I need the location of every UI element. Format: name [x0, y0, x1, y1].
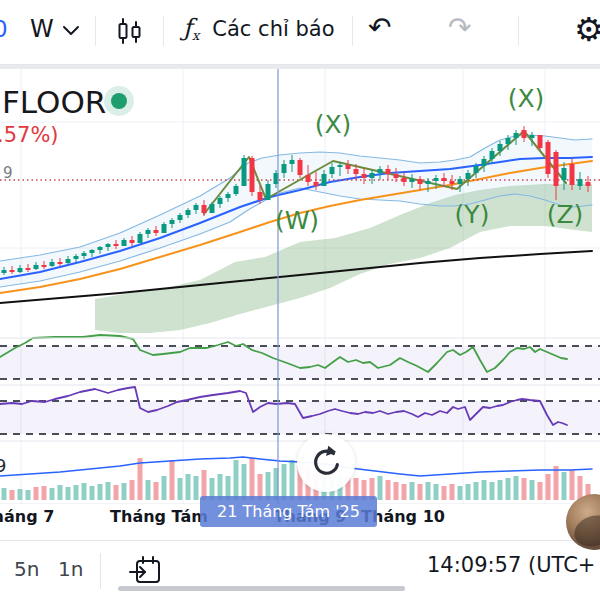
- range-1d-button[interactable]: 1n: [58, 557, 83, 581]
- trading-chart-app: FLOOR .57%) 9 9 (W) (X) (Y) (X) (Z) Thán…: [0, 0, 600, 600]
- indicators-label: Các chỉ báo: [212, 17, 334, 41]
- market-open-dot-icon: [111, 93, 127, 109]
- month-label-aug: Tháng Tám: [110, 507, 208, 526]
- range-5d-button[interactable]: 5n: [14, 557, 39, 581]
- wave-label-z: (Z): [547, 200, 584, 229]
- settings-gear-icon[interactable]: ⚙: [574, 10, 600, 49]
- volume-level-label: 9: [0, 455, 6, 476]
- month-label-jul: Tháng 7: [0, 507, 54, 526]
- horizontal-scrollbar[interactable]: [118, 586, 405, 591]
- chevron-down-icon[interactable]: [62, 25, 80, 37]
- price-change-percent: .57%): [0, 123, 59, 147]
- price-level-label: 9: [3, 164, 13, 182]
- interval-partial-button[interactable]: 0: [0, 16, 8, 42]
- bottom-toolbar: 5n 1n 14:09:57 (UTC+: [0, 540, 600, 600]
- wave-label-w: (W): [275, 206, 319, 235]
- indicators-button[interactable]: ƒx Các chỉ báo: [183, 14, 335, 43]
- crosshair-date-tooltip: 21 Tháng Tám '25: [200, 496, 377, 527]
- wave-label-y: (Y): [455, 200, 490, 229]
- interval-button[interactable]: W: [30, 15, 54, 43]
- clock-utc: 14:09:57 (UTC+: [427, 553, 595, 577]
- wave-label-x1: (X): [315, 110, 352, 139]
- reload-icon: [304, 441, 348, 485]
- symbol-title: FLOOR: [2, 84, 106, 120]
- redo-button[interactable]: ↷: [448, 11, 471, 44]
- toolbar-separator: [100, 553, 101, 589]
- wave-label-x2: (X): [508, 84, 545, 113]
- go-to-date-icon[interactable]: [128, 553, 164, 589]
- top-toolbar: 0 W ƒx Các chỉ báo ↶ ↷ ⚙: [0, 0, 600, 65]
- toolbar-separator: [352, 16, 353, 46]
- toolbar-separator: [163, 16, 164, 46]
- toolbar-separator: [518, 16, 519, 46]
- chart-top-strip: [0, 65, 600, 69]
- fx-icon: ƒx: [183, 14, 199, 42]
- reload-button[interactable]: [297, 434, 355, 492]
- candlestick-style-icon[interactable]: [113, 15, 147, 49]
- undo-button[interactable]: ↶: [368, 11, 391, 44]
- toolbar-separator: [95, 16, 96, 46]
